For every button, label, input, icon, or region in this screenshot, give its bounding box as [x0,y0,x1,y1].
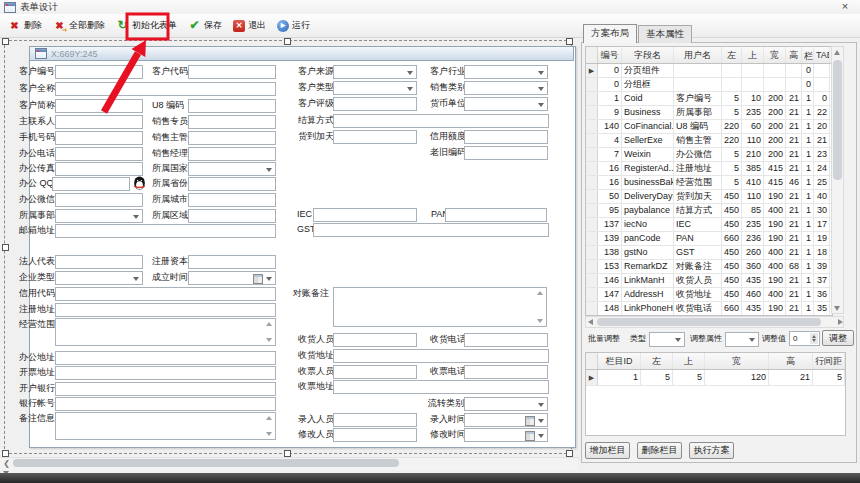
grid-row[interactable]: 0分组框0 [586,78,832,92]
grid-cell[interactable]: 21 [786,92,802,105]
form-textarea-field[interactable] [333,287,547,327]
grid-cell[interactable]: 85 [742,204,764,217]
form-textarea-field[interactable] [55,318,276,346]
grid-cell[interactable]: 50 [598,190,622,203]
form-text-field[interactable] [55,115,143,129]
form-select-field[interactable] [55,209,143,223]
grid-cell[interactable]: 450 [722,204,742,217]
grid-cell[interactable]: 400 [764,260,786,273]
grid-cell[interactable]: 415 [764,162,786,175]
grid-cell[interactable]: 137 [598,218,622,231]
form-select-field[interactable] [464,397,548,411]
row-selector[interactable] [586,176,598,189]
grid-cell[interactable]: 22 [814,106,830,119]
scroll-up-icon[interactable] [537,291,543,295]
grid-cell[interactable]: 139 [598,232,622,245]
grid-cell[interactable]: panCode [622,232,674,245]
form-text-field[interactable] [333,349,549,363]
grid-cell[interactable]: 415 [764,176,786,189]
grid-cell[interactable]: 200 [764,134,786,147]
grid-cell[interactable]: 分页组件 [622,64,674,77]
scroll-up-icon[interactable] [266,322,272,326]
grid-cell[interactable]: 16 [598,162,622,175]
grid-cell[interactable]: PAN [674,232,722,245]
grid-cell[interactable]: businessBak [622,176,674,189]
form-text-field[interactable] [188,255,276,269]
row-selector[interactable] [586,260,598,273]
grid-cell[interactable]: 24 [814,162,830,175]
grid-cell[interactable] [722,64,742,77]
grid-cell[interactable]: 400 [764,204,786,217]
grid-cell[interactable]: 236 [742,232,764,245]
grid-cell[interactable]: 21 [786,274,802,287]
grid-cell[interactable]: 收货电话 [674,302,722,315]
grid-cell[interactable]: 5 [722,162,742,175]
grid-cell[interactable]: 5 [722,148,742,161]
grid-cell[interactable]: 1 [802,260,814,273]
form-select-field[interactable] [464,65,548,79]
grid-cell[interactable] [674,78,722,91]
form-text-field[interactable] [55,224,276,238]
row-selector[interactable] [586,288,598,301]
form-text-field[interactable] [333,333,417,347]
adjust-value-spinner[interactable]: 0 [789,331,820,346]
form-text-field[interactable] [188,209,276,223]
grid-row[interactable]: 137iecNoIEC45023519021117 [586,218,832,232]
grid-cell[interactable]: 1 [598,370,641,385]
form-text-field[interactable] [55,366,276,380]
tab-basic-properties[interactable]: 基本属性 [638,25,692,43]
grid-cell[interactable] [764,64,786,77]
grid-cell[interactable] [722,78,742,91]
execute-plan-button[interactable]: 执行方案 [689,442,734,459]
grid-cell[interactable]: 1 [802,190,814,203]
grid-cell[interactable]: 5 [722,92,742,105]
grid-row[interactable]: 95paybalance结算方式4508540021130 [586,204,832,218]
form-text-field[interactable] [55,351,276,365]
grid-cell[interactable]: 21 [786,162,802,175]
form-qq-field[interactable] [52,177,130,191]
form-text-field[interactable] [333,97,417,111]
grid-row[interactable]: 9Business所属事部523520021122 [586,106,832,120]
grid-cell[interactable]: Weixin [622,148,674,161]
grid-cell[interactable]: 1 [802,176,814,189]
form-text-field[interactable] [188,131,276,145]
form-text-field[interactable] [55,65,143,79]
grid-cell[interactable]: gstNo [622,246,674,259]
grid-cell[interactable]: 110 [742,190,764,203]
grid-cell[interactable]: 190 [764,218,786,231]
grid-cell[interactable]: 20 [814,120,830,133]
grid-row[interactable]: 16RegisterAd...注册地址538541521124 [586,162,832,176]
grid-cell[interactable]: 68 [786,260,802,273]
form-textarea-field[interactable] [55,412,276,440]
scroll-left-icon[interactable]: ❮ [2,459,11,468]
add-column-button[interactable]: 增加栏目 [585,442,630,459]
grid-row[interactable]: 50DeliveryDays货到加天45011019021140 [586,190,832,204]
form-text-field[interactable] [55,397,276,411]
row-selector[interactable] [586,246,598,259]
form-date-field[interactable] [464,413,548,427]
grid-cell[interactable]: 40 [814,190,830,203]
row-selector[interactable] [586,274,598,287]
grid-row[interactable]: 16businessBak经营范围541041546125 [586,176,832,190]
grid-cell[interactable]: DeliveryDays [622,190,674,203]
grid-cell[interactable]: RemarkDZ [622,260,674,273]
grid-cell[interactable]: LinkManH [622,274,674,287]
grid-column-header[interactable]: 栏目ID [598,353,641,369]
grid-row[interactable]: 139panCodePAN66023619021119 [586,232,832,246]
grid-cell[interactable]: 660 [722,232,742,245]
grid-cell[interactable]: 5 [813,370,845,385]
grid-cell[interactable]: 140 [598,120,622,133]
adjust-property-select[interactable] [725,332,759,347]
grid-cell[interactable]: 146 [598,274,622,287]
grid-cell[interactable]: 16 [598,176,622,189]
grid-cell[interactable]: 19 [814,232,830,245]
grid-cell[interactable]: 21 [786,246,802,259]
form-select-field[interactable] [188,162,276,176]
grid-cell[interactable]: 21 [786,288,802,301]
grid-cell[interactable]: 110 [742,134,764,147]
grid-cell[interactable]: 10 [742,92,764,105]
form-text-field[interactable] [188,147,276,161]
row-selector[interactable] [586,232,598,245]
grid-cell[interactable]: 385 [742,162,764,175]
grid-cell[interactable] [814,64,830,77]
